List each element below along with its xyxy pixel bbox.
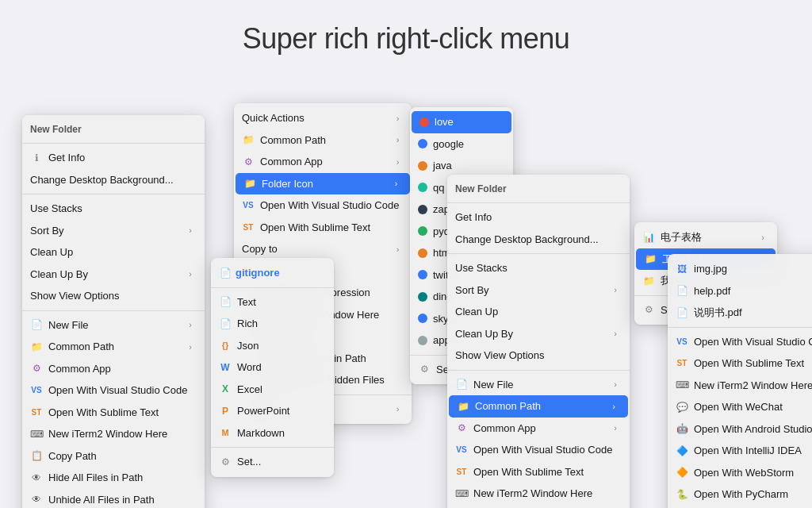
separator <box>22 143 205 144</box>
gear-icon-r: ⚙ <box>455 421 468 434</box>
arrow-icon: › <box>189 267 192 281</box>
new-file-text[interactable]: 📄 Text <box>211 291 334 314</box>
menu-item-sort-by-r[interactable]: Sort By› <box>447 279 630 302</box>
menu-item-clean-up-by-r[interactable]: Clean Up By› <box>447 323 630 345</box>
file-img[interactable]: 🖼 img.jpg <box>668 258 812 280</box>
menu-item-folder-icon[interactable]: 📁 Folder Icon› <box>236 173 410 195</box>
wechat-icon: 💬 <box>676 401 688 414</box>
app-webstorm[interactable]: 🔶 Open With WebStorm <box>668 462 812 484</box>
info-icon: ℹ <box>30 152 43 164</box>
word-icon: W <box>219 361 232 374</box>
menu-item-common-app-m[interactable]: ⚙ Common App› <box>234 151 412 173</box>
set-icon-file: ⚙ <box>642 303 655 316</box>
menu-item-copy-path-r[interactable]: 📋 Copy Path <box>447 505 630 509</box>
app-wechat[interactable]: 💬 Open With WeChat <box>668 396 812 418</box>
vscode-icon-m: VS <box>242 199 255 212</box>
copy-icon: 📋 <box>30 449 43 462</box>
arrow-icon: › <box>189 224 192 237</box>
new-file-json[interactable]: {} Json <box>211 335 334 357</box>
menu-item-open-vscode[interactable]: VS Open With Visual Studio Code <box>22 379 205 402</box>
menu-item-unhide-files[interactable]: 👁 Unhide All Files in Path <box>22 489 205 509</box>
pdf2-icon: 📄 <box>676 306 688 319</box>
menu-item-get-info[interactable]: ℹ Get Info <box>22 147 205 169</box>
teal-dot-icon <box>418 292 427 302</box>
menu-item-copy-to[interactable]: Copy to› <box>234 238 412 260</box>
app-intellij[interactable]: 🔷 Open With IntelliJ IDEA <box>668 440 812 462</box>
common-path-icon: 📁 <box>30 341 43 353</box>
separator <box>668 327 812 328</box>
menu-item-show-view-r[interactable]: Show View Options <box>447 344 630 367</box>
text-file-icon: 📄 <box>219 295 232 308</box>
webstorm-icon: 🔶 <box>676 466 688 479</box>
folder-icon-google[interactable]: google <box>410 133 513 156</box>
menu-item-iterm2-r[interactable]: ⌨ New iTerm2 Window Here <box>447 483 630 505</box>
menu-item-new-file[interactable]: 📄 New File › <box>22 314 205 337</box>
iterm2-app-icon: ⌨ <box>676 379 688 391</box>
gallery-icon: 📁 <box>642 275 655 287</box>
arrow-icon: › <box>612 400 615 414</box>
menu-item-get-info-r[interactable]: Get Info <box>447 206 630 229</box>
menu-item-change-bg-r[interactable]: Change Desktop Background... <box>447 229 630 251</box>
red-dot-icon <box>419 117 429 127</box>
sublime-icon-m: ST <box>242 221 255 233</box>
file-spreadsheet[interactable]: 📊 电子表格› <box>634 226 777 248</box>
new-file-word[interactable]: W Word <box>211 356 334 379</box>
iterm2-icon: ⌨ <box>30 428 43 441</box>
menu-item-use-stacks-r[interactable]: Use Stacks <box>447 257 630 279</box>
file-help-pdf[interactable]: 📄 help.pdf <box>668 280 812 302</box>
menu-item-common-path[interactable]: 📁 Common Path › <box>22 336 205 358</box>
app-pycharm[interactable]: 🐍 Open With PyCharm <box>668 483 812 506</box>
new-file-rich[interactable]: 📄 Rich <box>211 313 334 335</box>
menu-item-vscode-r[interactable]: VS Open With Visual Studio Code <box>447 439 630 461</box>
folder-blue-icon: 📁 <box>243 177 256 190</box>
menu-item-sort-by[interactable]: Sort By› <box>22 220 205 242</box>
hide-icon: 👁 <box>30 471 43 484</box>
menu-item-open-sublime[interactable]: ST Open With Sublime Text <box>22 402 205 424</box>
menu-item-common-path-m[interactable]: 📁 Common Path› <box>234 129 412 152</box>
menu-item-change-bg[interactable]: Change Desktop Background... <box>22 169 205 191</box>
menu-item-common-path-r[interactable]: 📁 Common Path› <box>449 395 628 418</box>
arrow-icon: › <box>189 341 192 354</box>
sublime-app-icon: ST <box>676 357 688 370</box>
menu-item-iterm2[interactable]: ⌨ New iTerm2 Window Here <box>22 423 205 445</box>
app-vscode[interactable]: VS Open With Visual Studio Code <box>668 331 812 353</box>
app-iterm2[interactable]: ⌨ New iTerm2 Window Here <box>668 375 812 397</box>
menu-item-sublime-r[interactable]: ST Open With Sublime Text <box>447 461 630 483</box>
new-file-excel[interactable]: X Excel <box>211 379 334 401</box>
page-title: Super rich right-click menu <box>0 0 812 56</box>
menu-item-copy-path[interactable]: 📋 Copy Path <box>22 445 205 468</box>
menu-item-hide-files[interactable]: 👁 Hide All Files in Path <box>22 467 205 489</box>
arrow-icon: › <box>614 421 617 435</box>
unhide-icon: 👁 <box>30 493 43 506</box>
spreadsheet-icon: 📊 <box>642 231 655 244</box>
menu-item-clean-up-by[interactable]: Clean Up By› <box>22 264 205 286</box>
menu-item-new-file-r[interactable]: 📄 New File› <box>447 374 630 396</box>
vscode-app-icon: VS <box>676 335 688 348</box>
folder-icon-love[interactable]: love <box>412 111 511 133</box>
apps-submenu: 🖼 img.jpg 📄 help.pdf 📄 说明书.pdf VS Open W… <box>668 254 812 508</box>
new-file-ppt[interactable]: P PowerPoint <box>211 400 334 422</box>
sublime-icon-r: ST <box>455 465 468 478</box>
blue-dot3-icon <box>418 314 427 323</box>
new-file-set[interactable]: ⚙ Set... <box>211 451 334 473</box>
app-android-studio[interactable]: 🤖 Open With Android Studio <box>668 418 812 441</box>
menu-item-common-app-r[interactable]: ⚙ Common App› <box>447 418 630 440</box>
menu-item-quick-actions[interactable]: Quick Actions› <box>234 107 412 129</box>
new-file-markdown[interactable]: M Markdown <box>211 422 334 444</box>
arrow-icon: › <box>614 283 617 297</box>
folder-icon-java[interactable]: java <box>410 155 513 177</box>
gear-icon-folder: ⚙ <box>418 363 431 375</box>
arrow-icon: › <box>396 156 400 169</box>
menu-item-common-app[interactable]: ⚙ Common App <box>22 358 205 380</box>
menu-item-use-stacks[interactable]: Use Stacks <box>22 198 205 220</box>
file-manual-pdf[interactable]: 📄 说明书.pdf <box>668 302 812 324</box>
menu-header-right: New Folder <box>447 179 630 199</box>
menu-item-clean-up-r[interactable]: Clean Up <box>447 301 630 323</box>
menu-item-show-view[interactable]: Show View Options <box>22 285 205 307</box>
app-phpstorm[interactable]: 🔮 Open With PhpStorm <box>668 506 812 509</box>
app-sublime[interactable]: ST Open With Sublime Text <box>668 352 812 375</box>
menu-item-clean-up[interactable]: Clean Up <box>22 241 205 264</box>
menu-item-vscode-m[interactable]: VS Open With Visual Studio Code <box>234 194 412 217</box>
menu-item-sublime-m[interactable]: ST Open With Sublime Text <box>234 217 412 239</box>
orange-dot2-icon <box>418 248 427 258</box>
